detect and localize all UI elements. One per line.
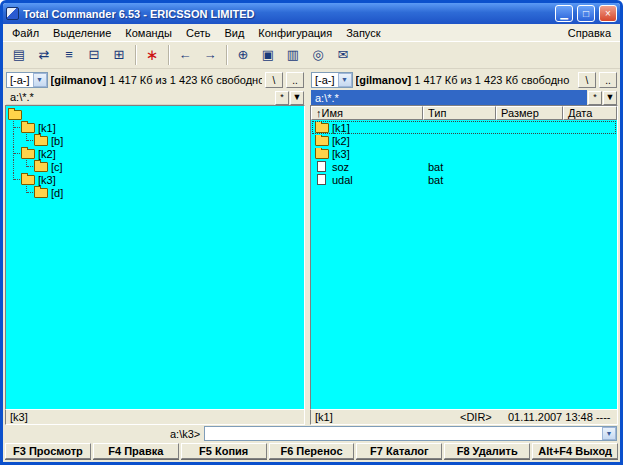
column-header-name[interactable]: ↑Имя <box>311 106 423 120</box>
f5-copy-button[interactable]: F5 Копия <box>181 443 267 459</box>
tree-item[interactable]: [k2] <box>7 147 303 160</box>
left-drive-combo[interactable]: [-a-] ▼ <box>6 72 48 88</box>
mail-button[interactable]: ✉ <box>331 44 355 66</box>
left-parent-button[interactable]: .. <box>286 72 304 88</box>
right-history-dropdown-icon[interactable]: ▼ <box>603 91 617 105</box>
swap-panels-icon: ⇄ <box>39 47 50 62</box>
right-path[interactable]: a:\*.* <box>311 90 587 105</box>
tree-item[interactable]: [d] <box>7 186 303 199</box>
left-path[interactable]: a:\*.* <box>6 90 274 105</box>
maximize-button[interactable]: □ <box>577 5 595 22</box>
tree-item[interactable]: [k1] <box>7 121 303 134</box>
tree-item[interactable]: [c] <box>7 160 303 173</box>
tree-view-icon: ≡ <box>65 47 73 62</box>
panels-area: [-a-] ▼ [gilmanov] 1 417 Кб из 1 423 Кб … <box>3 69 620 425</box>
pack-button[interactable]: ▣ <box>256 44 280 66</box>
left-status-text: [k3] <box>10 411 28 423</box>
ftp-button[interactable]: ⊕ <box>231 44 255 66</box>
tree-view-button[interactable]: ≡ <box>57 44 81 66</box>
file-row[interactable]: [k3] <box>312 147 616 160</box>
title-bar[interactable]: Total Commander 6.53 - ERICSSON LIMITED … <box>3 3 620 24</box>
right-volume-label: [gilmanov] <box>356 74 412 86</box>
menu-net[interactable]: Сеть <box>179 26 217 40</box>
brief-view-button[interactable]: ⊟ <box>82 44 106 66</box>
command-input[interactable] <box>205 428 602 440</box>
right-free-space: [gilmanov] 1 417 Кб из 1 423 Кб свободно <box>356 74 575 86</box>
close-button[interactable]: × <box>599 5 617 22</box>
menu-bar: Файл Выделение Команды Сеть Вид Конфигур… <box>3 24 620 42</box>
tree-spacer <box>7 186 20 199</box>
f4-edit-button[interactable]: F4 Правка <box>93 443 179 459</box>
file-row[interactable]: [k1] <box>312 121 616 134</box>
total-commander-window: Total Commander 6.53 - ERICSSON LIMITED … <box>0 0 623 465</box>
file-row[interactable]: [k2] <box>312 134 616 147</box>
left-drive-label: [-a-] <box>7 74 33 86</box>
toolbar-separator <box>135 45 136 65</box>
right-drive-combo[interactable]: [-a-] ▼ <box>311 72 353 88</box>
left-hotlist-button[interactable]: * <box>275 91 289 105</box>
menu-selection[interactable]: Выделение <box>46 26 118 40</box>
forward-button[interactable]: → <box>198 44 222 66</box>
minimize-icon: ▁ <box>560 8 568 19</box>
file-type: bat <box>424 174 497 186</box>
tree-item-root[interactable] <box>7 108 303 121</box>
drives-button[interactable]: ▤ <box>7 44 31 66</box>
left-tree-panel[interactable]: [k1] [b] [k2] [c] <box>5 105 305 410</box>
column-header-size[interactable]: Размер <box>496 106 563 120</box>
minimize-button[interactable]: ▁ <box>555 5 573 22</box>
menu-start[interactable]: Запуск <box>339 26 387 40</box>
tree-item[interactable]: [b] <box>7 134 303 147</box>
tree-branch-icon <box>7 147 20 160</box>
folder-icon <box>34 136 48 146</box>
tree-item-label: [k1] <box>38 122 56 134</box>
tree-branch-icon <box>20 134 33 147</box>
tree-branch-icon <box>7 121 20 134</box>
search-icon: ◎ <box>312 47 323 62</box>
left-root-button[interactable]: \ <box>265 72 283 88</box>
back-button[interactable]: ← <box>173 44 197 66</box>
right-parent-button[interactable]: .. <box>599 72 617 88</box>
menu-commands[interactable]: Команды <box>118 26 179 40</box>
search-button[interactable]: ◎ <box>306 44 330 66</box>
full-view-button[interactable]: ⊞ <box>107 44 131 66</box>
left-drive-dropdown-icon[interactable]: ▼ <box>33 73 47 87</box>
f8-delete-button[interactable]: F8 Удалить <box>444 443 530 459</box>
folder-icon <box>21 123 35 133</box>
right-hotlist-button[interactable]: * <box>588 91 602 105</box>
left-volume-label: [gilmanov] <box>51 74 107 86</box>
tree-item-label: [b] <box>51 135 63 147</box>
file-row[interactable]: udal bat <box>312 173 616 186</box>
unpack-button[interactable]: ▥ <box>281 44 305 66</box>
folder-icon <box>315 136 329 146</box>
left-history-dropdown-icon[interactable]: ▼ <box>290 91 304 105</box>
column-header-date[interactable]: Дата <box>563 106 617 120</box>
menu-configuration[interactable]: Конфигурация <box>251 26 339 40</box>
f6-move-button[interactable]: F6 Перенос <box>269 443 355 459</box>
right-status-bar: [k1] <DIR> 01.11.2007 13:48 ---- <box>310 410 618 425</box>
file-row[interactable]: soz bat <box>312 160 616 173</box>
command-input-wrap: ▼ <box>204 426 617 441</box>
menu-view[interactable]: Вид <box>217 26 251 40</box>
swap-panels-button[interactable]: ⇄ <box>32 44 56 66</box>
folder-icon <box>34 188 48 198</box>
pack-icon: ▣ <box>262 47 274 62</box>
menu-file[interactable]: Файл <box>5 26 46 40</box>
tree-branch-icon <box>7 173 20 186</box>
tree-item[interactable]: [k3] <box>7 173 303 186</box>
column-header-type[interactable]: Тип <box>423 106 496 120</box>
select-asterisk-button[interactable]: ∗ <box>140 44 164 66</box>
right-free-space-text: 1 417 Кб из 1 423 Кб свободно <box>414 74 569 86</box>
file-name: soz <box>332 161 349 173</box>
right-panel-header: [-a-] ▼ [gilmanov] 1 417 Кб из 1 423 Кб … <box>310 70 618 90</box>
right-drive-dropdown-icon[interactable]: ▼ <box>338 73 352 87</box>
menu-help[interactable]: Справка <box>561 26 618 40</box>
right-root-button[interactable]: \ <box>578 72 596 88</box>
command-history-dropdown-icon[interactable]: ▼ <box>602 427 616 440</box>
folder-icon <box>21 175 35 185</box>
f7-mkdir-button[interactable]: F7 Каталог <box>356 443 442 459</box>
right-files-panel[interactable]: ↑Имя Тип Размер Дата [k1] [k2] <box>310 105 618 410</box>
maximize-icon: □ <box>583 8 589 19</box>
altf4-exit-button[interactable]: Alt+F4 Выход <box>532 443 618 459</box>
f3-view-button[interactable]: F3 Просмотр <box>5 443 91 459</box>
app-icon <box>6 7 19 20</box>
